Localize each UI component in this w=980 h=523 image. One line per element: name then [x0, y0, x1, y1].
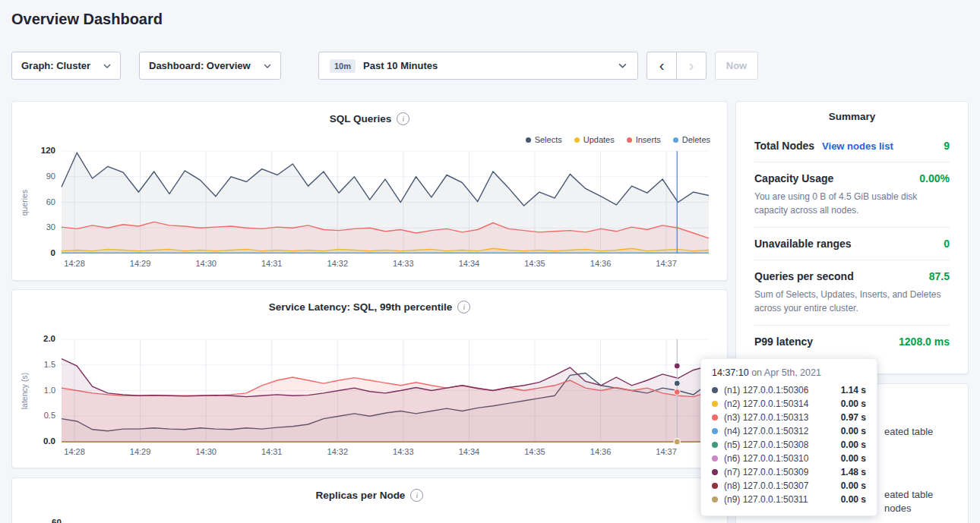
legend-item-updates[interactable]: Updates — [574, 135, 615, 144]
unavailable-ranges-value: 0 — [944, 238, 950, 250]
sql-queries-chart-card: SQL Queries i SelectsUpdatesInsertsDelet… — [11, 101, 728, 281]
y-tick-label: 60 — [52, 518, 62, 523]
x-tick-label: 14:32 — [321, 259, 354, 268]
x-tick-label: 14:28 — [58, 259, 91, 268]
time-prev-button[interactable]: ‹ — [646, 52, 677, 80]
crosshair-dot — [674, 439, 680, 445]
legend-dot — [574, 137, 580, 143]
tooltip-node-row: (n7) 127.0.0.1:503091.48 s — [712, 465, 866, 479]
event-text-fragment[interactable]: nodes — [884, 503, 911, 514]
node-address: (n4) 127.0.0.1:50312 — [724, 426, 808, 436]
x-tick-label: 14:32 — [321, 447, 354, 456]
replicas-per-node-chart-card: Replicas per Node i 60 — [11, 477, 728, 523]
tooltip-node-row: (n5) 127.0.0.1:503080.00 s — [712, 438, 866, 452]
legend-label: Inserts — [636, 135, 661, 144]
y-tick-label: 90 — [17, 172, 55, 181]
x-tick-label: 14:34 — [452, 259, 485, 268]
chart-title: SQL Queries — [330, 113, 392, 124]
chevron-down-icon — [264, 64, 271, 68]
service-latency-plot[interactable] — [62, 339, 709, 442]
node-latency-value: 0.00 s — [830, 453, 866, 464]
x-tick-label: 14:31 — [255, 447, 289, 456]
node-address: (n7) 127.0.0.1:50309 — [724, 467, 808, 477]
tooltip-node-row: (n6) 127.0.0.1:503100.00 s — [712, 452, 866, 465]
time-range-selector[interactable]: 10m Past 10 Minutes — [318, 52, 638, 80]
x-tick-label: 14:35 — [518, 447, 552, 456]
node-color-dot — [712, 455, 718, 462]
chart-title-row: SQL Queries i — [12, 112, 727, 125]
summary-row-unavailable-ranges: Unavailable ranges 0 — [754, 228, 950, 260]
x-tick-label: 14:29 — [124, 447, 157, 456]
crosshair-dot — [674, 363, 680, 369]
total-nodes-label: Total Nodes — [754, 140, 814, 152]
event-text-fragment[interactable]: eated table — [884, 489, 933, 500]
y-tick-label: 60 — [17, 197, 55, 206]
node-latency-value: 0.00 s — [830, 440, 866, 450]
graph-selector-dropdown[interactable]: Graph: Cluster — [11, 52, 121, 80]
node-color-dot — [712, 483, 718, 489]
y-tick-label: 1.5 — [17, 360, 55, 369]
x-tick-label: 14:33 — [387, 259, 420, 268]
y-tick-label: 30 — [17, 222, 55, 232]
node-address: (n6) 127.0.0.1:50310 — [724, 453, 808, 464]
x-tick-label: 14:30 — [189, 259, 223, 268]
x-tick-label: 14:29 — [124, 259, 157, 268]
qps-label: Queries per second — [754, 270, 854, 282]
summary-row-capacity: Capacity Usage 0.00% You are using 0 B o… — [754, 162, 950, 228]
legend-item-deletes[interactable]: Deletes — [673, 135, 710, 144]
node-address: (n3) 127.0.0.1:50313 — [724, 412, 808, 423]
node-color-dot — [712, 428, 718, 434]
capacity-usage-label: Capacity Usage — [754, 172, 833, 184]
legend-dot — [673, 137, 678, 143]
info-icon[interactable]: i — [397, 112, 409, 125]
tooltip-node-row: (n2) 127.0.0.1:503140.00 s — [712, 397, 866, 411]
node-latency-value: 1.48 s — [830, 467, 866, 477]
tooltip-node-row: (n3) 127.0.0.1:503130.97 s — [712, 411, 866, 424]
node-color-dot — [712, 414, 718, 421]
p99-latency-value: 1208.0 ms — [899, 336, 950, 348]
dashboard-selector-label: Dashboard: Overview — [149, 60, 251, 71]
node-color-dot — [712, 442, 718, 448]
page-title: Overview Dashboard — [11, 11, 163, 28]
node-color-dot — [712, 401, 718, 407]
summary-title: Summary — [754, 111, 950, 130]
legend-dot — [526, 137, 531, 143]
node-address: (n8) 127.0.0.1:50307 — [724, 480, 808, 491]
legend-label: Updates — [583, 135, 615, 144]
node-address: (n1) 127.0.0.1:50306 — [724, 385, 808, 395]
info-icon[interactable]: i — [457, 301, 470, 313]
node-latency-value: 1.14 s — [830, 385, 866, 395]
chevron-left-icon: ‹ — [659, 57, 665, 74]
summary-row-qps: Queries per second 87.5 Sum of Selects, … — [754, 260, 950, 326]
time-range-label: Past 10 Minutes — [363, 60, 438, 71]
legend-item-inserts[interactable]: Inserts — [627, 135, 661, 144]
view-nodes-list-link[interactable]: View nodes list — [822, 140, 893, 152]
chart-title: Service Latency: SQL, 99th percentile — [269, 301, 453, 313]
node-latency-value: 0.00 s — [830, 494, 866, 505]
chart-hover-tooltip: 14:37:10 on Apr 5th, 2021 (n1) 127.0.0.1… — [700, 358, 877, 516]
summary-row-total-nodes: Total Nodes View nodes list 9 — [754, 130, 950, 162]
x-tick-label: 14:35 — [518, 259, 552, 268]
chart-title-row: Replicas per Node i — [12, 489, 727, 502]
y-tick-label: 1.0 — [17, 386, 55, 395]
y-tick-label: 2.0 — [17, 334, 55, 343]
tooltip-timestamp: 14:37:10 on Apr 5th, 2021 — [712, 367, 866, 378]
node-latency-value: 0.97 s — [830, 412, 866, 423]
x-tick-label: 14:37 — [650, 259, 683, 268]
x-tick-label: 14:37 — [650, 447, 683, 456]
dashboard-selector-dropdown[interactable]: Dashboard: Overview — [139, 52, 281, 80]
service-latency-chart-card: Service Latency: SQL, 99th percentile i … — [11, 289, 728, 468]
node-address: (n9) 127.0.0.1:50311 — [724, 494, 808, 505]
sql-queries-plot[interactable] — [62, 151, 709, 254]
capacity-usage-value: 0.00% — [919, 172, 950, 184]
legend-item-selects[interactable]: Selects — [526, 135, 562, 144]
node-address: (n5) 127.0.0.1:50308 — [724, 440, 808, 450]
now-button[interactable]: Now — [715, 52, 758, 80]
time-next-button-disabled[interactable]: › — [676, 52, 707, 80]
event-text-fragment[interactable]: eated table — [884, 426, 933, 437]
p99-latency-label: P99 latency — [754, 336, 813, 348]
x-tick-label: 14:36 — [584, 447, 618, 456]
node-address: (n2) 127.0.0.1:50314 — [724, 399, 808, 409]
node-latency-value: 0.00 s — [830, 426, 866, 436]
info-icon[interactable]: i — [410, 489, 423, 502]
